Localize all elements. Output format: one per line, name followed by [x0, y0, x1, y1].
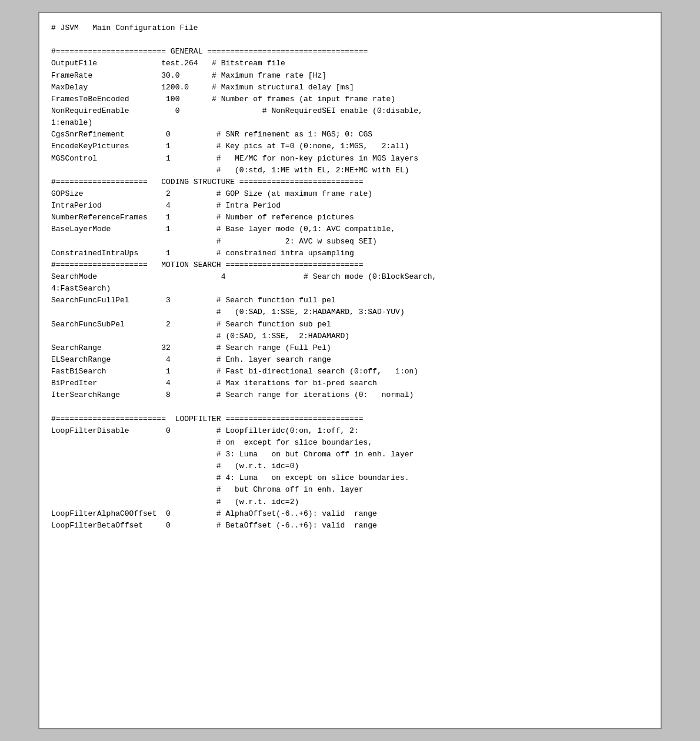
main-window: # JSVM Main Configuration File #========…: [38, 12, 662, 729]
config-file-content: # JSVM Main Configuration File #========…: [51, 22, 649, 532]
